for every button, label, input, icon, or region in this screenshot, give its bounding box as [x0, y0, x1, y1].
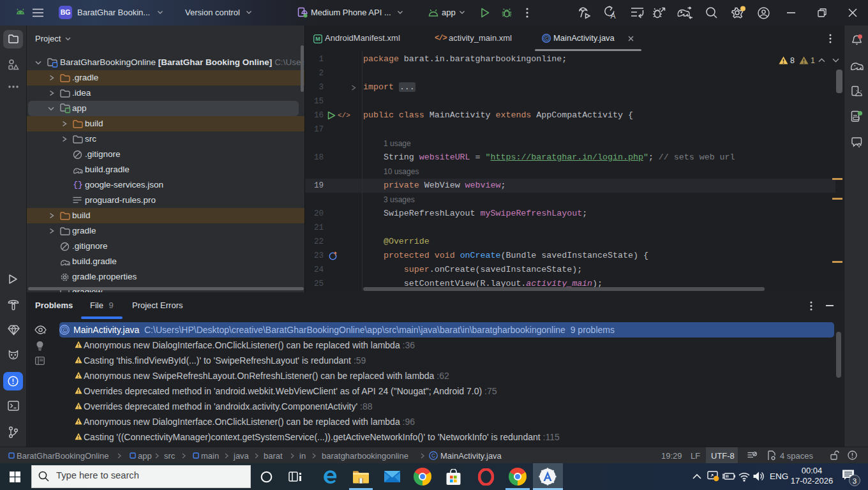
svg-text:M: M: [315, 36, 320, 42]
svg-text:A: A: [611, 11, 616, 20]
svg-text:C: C: [431, 452, 435, 459]
svg-text:C: C: [545, 36, 548, 40]
svg-text:C: C: [63, 328, 66, 332]
